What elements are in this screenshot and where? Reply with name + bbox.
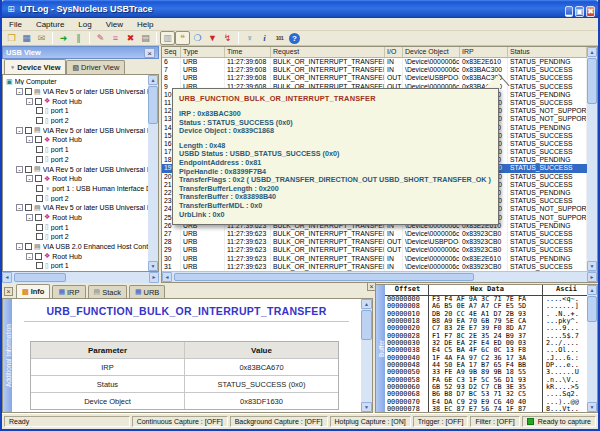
trace-row[interactable]: 30URB11:27:39:623BULK_OR_INTERRUPT_TRANS…	[162, 255, 587, 263]
menu-item-log[interactable]: Log	[71, 20, 98, 29]
table-vscrollbar[interactable]: ▲ ▼	[587, 47, 597, 271]
tab-device-view[interactable]: ♆Device View	[4, 59, 66, 74]
tree-item[interactable]: -▤VIA USB 2.0 Enhanced Host Controller	[3, 242, 148, 252]
usb-view-close-button[interactable]: ×	[144, 48, 155, 58]
menu-item-view[interactable]: View	[99, 20, 130, 29]
trace-row[interactable]: 7URB11:27:39:608BULK_OR_INTERRUPT_TRANSF…	[162, 66, 587, 74]
tree-item[interactable]: -▤VIA Rev 5 or later USB Universal Host …	[3, 203, 148, 213]
tab-urb[interactable]: ▦URB	[129, 285, 165, 298]
tree-vscrollbar[interactable]: ▲ ▼	[148, 75, 158, 271]
filter-icon[interactable]: ▼	[205, 31, 220, 45]
tree-checkbox[interactable]	[36, 233, 43, 240]
tree-item[interactable]: -❖Root Hub	[3, 213, 148, 223]
trace-row[interactable]: 28URB11:27:39:623BULK_OR_INTERRUPT_TRANS…	[162, 238, 587, 246]
scroll-up-icon[interactable]: ▲	[587, 285, 597, 295]
trace-row[interactable]: 29URB11:27:39:623BULK_OR_INTERRUPT_TRANS…	[162, 246, 587, 254]
tree-hscroll-thumb[interactable]	[14, 273, 66, 282]
scroll-up-icon[interactable]: ▲	[361, 299, 372, 309]
clear-log-icon[interactable]: ≡	[108, 31, 123, 45]
scroll-up-icon[interactable]: ▲	[148, 75, 158, 85]
column-header-io[interactable]: I/O	[385, 47, 403, 57]
additional-information-strip[interactable]: Additional Information	[3, 299, 12, 412]
pause-capture-icon[interactable]: ∥	[71, 31, 86, 45]
hex-vscrollbar[interactable]: ▲ ▼	[587, 285, 597, 412]
tree-item[interactable]: -❖Root Hub	[3, 251, 148, 261]
scroll-down-icon[interactable]: ▼	[587, 402, 597, 412]
tab-stack[interactable]: ▤Stack	[88, 285, 127, 298]
tree-checkbox[interactable]	[36, 185, 43, 192]
menu-item-help[interactable]: Help	[130, 20, 160, 29]
restore-button[interactable]: ▣	[575, 6, 585, 17]
column-header-time[interactable]: Time	[225, 47, 271, 57]
tooltip-toggle-icon[interactable]: ❝	[175, 31, 190, 45]
tree-checkbox[interactable]	[36, 146, 43, 153]
tree-checkbox[interactable]	[25, 243, 32, 250]
tree-checkbox[interactable]	[36, 156, 43, 163]
tree-item[interactable]: -▤VIA Rev 5 or later USB Universal Host …	[3, 164, 148, 174]
tree-item[interactable]: ▯port 2	[3, 232, 148, 242]
info-pane-close-button[interactable]: ×	[4, 287, 13, 296]
minimize-button[interactable]: ▁	[565, 6, 573, 17]
scroll-up-icon[interactable]: ▲	[587, 47, 597, 57]
trace-row[interactable]: 6URB11:27:39:608BULK_OR_INTERRUPT_TRANSF…	[162, 58, 587, 66]
tree-checkbox[interactable]	[25, 204, 32, 211]
tree-item[interactable]: ▯port 2	[3, 155, 148, 165]
tree-checkbox[interactable]	[36, 195, 43, 202]
tree-expander-icon[interactable]: -	[26, 253, 33, 260]
tree-expander-icon[interactable]: -	[26, 136, 33, 143]
tree-expander-icon[interactable]: -	[26, 175, 33, 182]
tab-driver-view[interactable]: ▧Driver View	[66, 60, 125, 74]
column-header-seq[interactable]: Seq	[162, 47, 181, 57]
hex-display-icon[interactable]: 101	[272, 31, 287, 45]
scroll-down-icon[interactable]: ▼	[148, 261, 158, 271]
menu-item-file[interactable]: File	[2, 20, 29, 29]
tree-checkbox[interactable]	[35, 214, 42, 221]
tree-checkbox[interactable]	[36, 224, 43, 231]
search-icon[interactable]: ❍	[190, 31, 205, 45]
buffer-close-button[interactable]: ×	[367, 282, 376, 291]
tree-item[interactable]: ▯port 1	[3, 106, 148, 116]
column-header-request[interactable]: Request	[271, 47, 385, 57]
menu-item-capture[interactable]: Capture	[29, 20, 71, 29]
tree-item[interactable]: -❖Root Hub	[3, 135, 148, 145]
tree-item[interactable]: ▯port 1	[3, 145, 148, 155]
tree-checkbox[interactable]	[36, 117, 43, 124]
edit-marker-icon[interactable]: ✎	[93, 31, 108, 45]
tree-hscrollbar[interactable]: ◄ ►	[2, 272, 159, 283]
export-log-icon[interactable]: ✉	[34, 31, 49, 45]
print-icon[interactable]: ▤	[138, 31, 153, 45]
table-hscrollbar[interactable]: ◄ ►	[162, 271, 597, 282]
tree-checkbox[interactable]	[35, 136, 42, 143]
tree-expander-icon[interactable]: -	[16, 166, 23, 173]
buffer-strip[interactable]: Buffer	[376, 285, 385, 412]
tree-item[interactable]: ▯port 1	[3, 222, 148, 232]
tree-checkbox[interactable]	[35, 253, 42, 260]
tree-checkbox[interactable]	[25, 88, 32, 95]
device-info-icon[interactable]: i	[257, 31, 272, 45]
raw-data-toggle-icon[interactable]: ▥	[160, 31, 175, 45]
scroll-down-icon[interactable]: ▼	[587, 261, 597, 271]
column-header-type[interactable]: Type	[181, 47, 225, 57]
open-log-icon[interactable]: ❒	[4, 31, 19, 45]
scroll-down-icon[interactable]: ▼	[361, 402, 372, 412]
tree-expander-icon[interactable]: -	[16, 204, 23, 211]
hex-vscroll-thumb[interactable]	[587, 296, 597, 322]
title-bar[interactable]: ⊞ UTLog - SysNucleus USBTrace ▁▣✖	[2, 0, 598, 18]
trace-row[interactable]: 27URB11:27:39:623BULK_OR_INTERRUPT_TRANS…	[162, 230, 587, 238]
tree-item[interactable]: -❖Root Hub	[3, 96, 148, 106]
scroll-right-icon[interactable]: ►	[587, 272, 597, 282]
tree-checkbox[interactable]	[35, 98, 42, 105]
tree-checkbox[interactable]	[25, 166, 32, 173]
tab-info[interactable]: ▤Info	[16, 284, 50, 298]
trace-row[interactable]: 31URB11:27:39:623BULK_OR_INTERRUPT_TRANS…	[162, 263, 587, 271]
info-vscrollbar[interactable]: ▲ ▼	[361, 299, 372, 412]
tree-item[interactable]: ♆port 1 : USB Human Interface D	[3, 184, 148, 194]
help-icon[interactable]: ?	[287, 31, 302, 45]
save-log-icon[interactable]: ▦	[19, 31, 34, 45]
tree-item[interactable]: ▯port 2	[3, 193, 148, 203]
tree-expander-icon[interactable]: -	[26, 98, 33, 105]
tree-item[interactable]: ▯port 2	[3, 116, 148, 126]
trace-row[interactable]: 8URB11:27:39:608BULK_OR_INTERRUPT_TRANSF…	[162, 74, 587, 82]
tree-expander-icon[interactable]: -	[16, 88, 23, 95]
info-vscroll-thumb[interactable]	[361, 310, 372, 340]
